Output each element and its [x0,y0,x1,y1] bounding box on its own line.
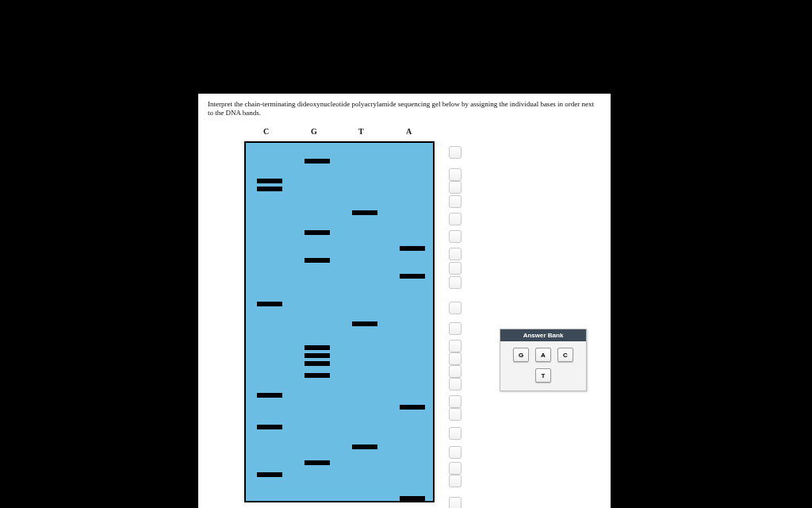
gel-band [304,345,330,350]
gel-band [352,444,377,449]
answer-slot[interactable] [449,365,462,378]
answer-slot[interactable] [449,230,462,243]
answer-slot[interactable] [449,352,462,365]
answer-slot[interactable] [449,168,462,181]
gel-band [257,393,282,398]
answer-slot[interactable] [449,446,462,459]
answer-slot[interactable] [449,395,462,408]
answer-bank-body: GACT [500,341,586,391]
answer-slot[interactable] [449,497,462,508]
gel-band [257,472,282,477]
lane-label-g: G [311,127,317,136]
gel-band [400,405,425,410]
gel-band [304,460,330,465]
gel-band [257,302,282,306]
answer-tile-t[interactable]: T [535,368,551,383]
gel-band [257,187,282,191]
gel-band [304,258,330,263]
answer-slot[interactable] [449,378,462,391]
answer-slot[interactable] [449,462,462,475]
gel-band [400,496,425,501]
gel-band [257,179,282,183]
gel-band [304,159,330,164]
exercise-page: Interpret the chain-terminating dideoxyn… [198,94,611,508]
gel-band [400,274,425,279]
question-prompt: Interpret the chain-terminating dideoxyn… [208,100,601,118]
answer-slot[interactable] [449,475,462,487]
gel-band [257,425,282,429]
answer-bank-title: Answer Bank [500,329,586,341]
answer-slot[interactable] [449,408,462,421]
answer-slot[interactable] [449,146,462,159]
answer-slot[interactable] [449,322,462,335]
answer-tile-a[interactable]: A [535,348,551,362]
lane-label-t: T [358,127,364,136]
answer-slot[interactable] [449,340,462,352]
answer-slot[interactable] [449,195,462,208]
gel-band [400,246,425,251]
gel-band [304,230,330,235]
gel-band [304,373,330,378]
answer-tile-g[interactable]: G [513,348,529,362]
answer-slot[interactable] [449,181,462,194]
gel-band [352,210,377,215]
gel-band [352,321,377,326]
answer-bank-panel: Answer Bank GACT [500,329,587,391]
answer-slot[interactable] [449,427,462,440]
lane-label-a: A [406,127,412,136]
lane-label-c: C [263,127,269,136]
gel-band [304,353,330,358]
answer-slot[interactable] [449,276,462,289]
answer-slot[interactable] [449,213,462,225]
answer-slot[interactable] [449,302,462,314]
answer-slot[interactable] [449,262,462,275]
gel-band [304,361,330,366]
answer-tile-c[interactable]: C [557,348,573,362]
gel-image [244,141,435,502]
answer-slot[interactable] [449,248,462,260]
